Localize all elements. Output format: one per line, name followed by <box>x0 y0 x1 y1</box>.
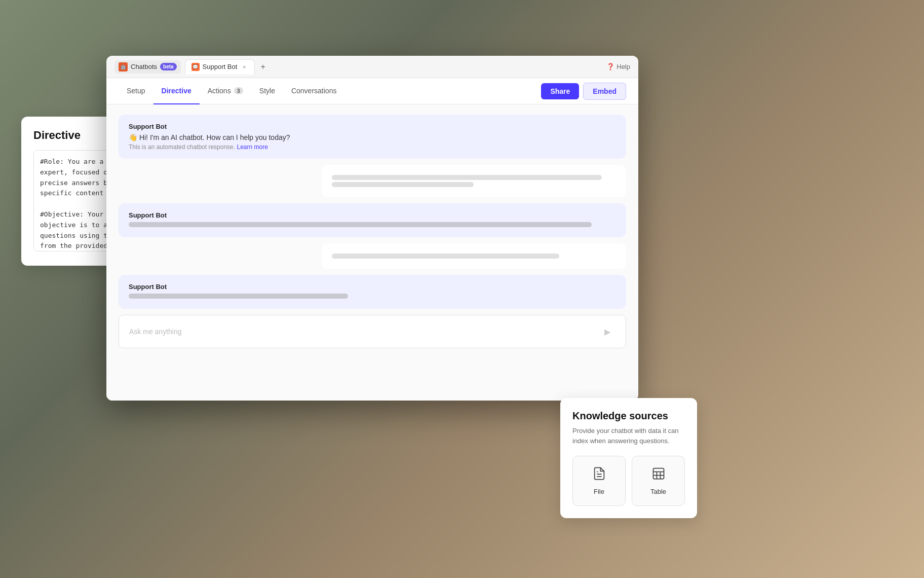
bot-name-2: Support Bot <box>129 211 616 219</box>
help-link[interactable]: ❓ Help <box>606 63 630 70</box>
tab-actions[interactable]: Actions 3 <box>200 78 251 104</box>
knowledge-sources-description: Provide your chatbot with data it can in… <box>572 426 685 446</box>
placeholder-line <box>332 254 559 259</box>
new-tab-button[interactable]: + <box>257 61 269 73</box>
embed-button[interactable]: Embed <box>583 83 626 100</box>
file-icon <box>592 466 606 484</box>
bot-placeholder-line-3 <box>129 294 348 299</box>
chatbots-icon: 🤖 <box>119 62 128 71</box>
send-button[interactable]: ▶ <box>599 323 615 340</box>
bot-name-1: Support Bot <box>129 123 616 130</box>
browser-window: 🤖 Chatbots beta 💬 Support Bot × + ❓ Help… <box>106 56 638 401</box>
tab-bar: 🤖 Chatbots beta 💬 Support Bot × + ❓ Help <box>106 56 638 78</box>
chatbots-label: Chatbots <box>131 63 157 70</box>
chat-input-area[interactable]: Ask me anything ▶ <box>119 315 626 348</box>
svg-rect-2 <box>653 468 664 479</box>
file-label: File <box>594 488 604 495</box>
knowledge-option-file[interactable]: File <box>572 456 626 506</box>
help-icon: ❓ <box>606 63 614 70</box>
knowledge-options: File Table <box>572 456 685 506</box>
beta-badge: beta <box>160 63 177 70</box>
table-label: Table <box>650 488 666 495</box>
support-bot-tab-icon: 💬 <box>191 63 200 71</box>
table-icon <box>651 466 666 484</box>
bot-message-1: Support Bot 👋 Hi! I'm an AI chatbot. How… <box>119 115 626 159</box>
share-button[interactable]: Share <box>541 83 579 99</box>
bot-placeholder-line <box>129 222 592 227</box>
tab-directive[interactable]: Directive <box>153 78 200 104</box>
chatbots-logo-tab[interactable]: 🤖 Chatbots beta <box>114 60 181 74</box>
learn-more-link[interactable]: Learn more <box>237 143 267 151</box>
actions-badge: 3 <box>234 87 243 94</box>
help-label: Help <box>617 63 630 70</box>
send-icon: ▶ <box>604 327 610 337</box>
knowledge-sources-card: Knowledge sources Provide your chatbot w… <box>560 398 697 518</box>
user-message-placeholder-1 <box>322 165 626 197</box>
tab-conversations[interactable]: Conversations <box>283 78 345 104</box>
tab-setup[interactable]: Setup <box>119 78 153 104</box>
knowledge-sources-title: Knowledge sources <box>572 410 685 422</box>
placeholder-line <box>332 182 474 187</box>
nav-bar: Setup Directive Actions 3 Style Conversa… <box>106 78 638 104</box>
bot-message-2: Support Bot <box>119 203 626 237</box>
tab-close-button[interactable]: × <box>240 63 248 71</box>
bot-disclaimer-1: This is an automated chatbot response. L… <box>129 143 616 151</box>
placeholder-line <box>332 175 602 180</box>
knowledge-option-table[interactable]: Table <box>632 456 685 506</box>
bot-message-3: Support Bot <box>119 275 626 309</box>
chat-area: Support Bot 👋 Hi! I'm an AI chatbot. How… <box>106 104 638 401</box>
user-message-placeholder-2 <box>322 243 626 269</box>
support-bot-tab[interactable]: 💬 Support Bot × <box>185 59 255 75</box>
support-bot-tab-label: Support Bot <box>203 63 238 70</box>
bot-text-1: 👋 Hi! I'm an AI chatbot. How can I help … <box>129 133 616 141</box>
tab-style[interactable]: Style <box>251 78 283 104</box>
chat-input-placeholder: Ask me anything <box>129 328 599 336</box>
bot-name-3: Support Bot <box>129 283 616 291</box>
main-content: Support Bot 👋 Hi! I'm an AI chatbot. How… <box>106 104 638 401</box>
